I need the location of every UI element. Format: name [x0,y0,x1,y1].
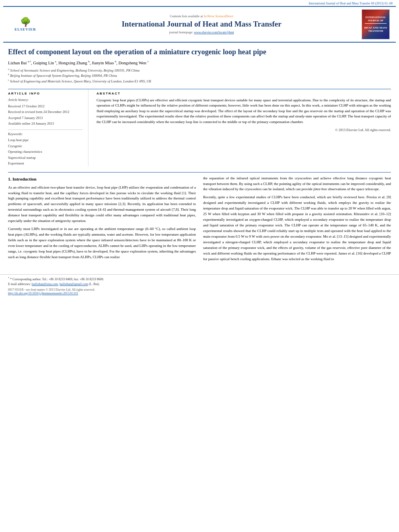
intro-para-1: As an effective and efficient two-phase … [8,185,196,224]
affiliations: a School of Aeronautic Science and Engin… [8,68,391,84]
affiliation-a: a School of Aeronautic Science and Engin… [8,68,391,73]
body-left-column: 1. Introduction As an effective and effi… [8,176,196,265]
body-divider [8,172,391,173]
received-date: Received 17 October 2012 [8,103,82,109]
keyword-4: Supercritical startup [8,155,82,160]
authors-line: Lizhan Bai a,*, Guiping Lin a, Hongxing … [8,60,391,65]
affiliation-b: b Beijing Institute of Spacecraft System… [8,73,391,78]
elsevier-logo: 🌳 ELSEVIER [9,19,41,30]
info-divider [8,129,82,130]
intro-para-2: Currently most LHPs investigated or in u… [8,226,196,260]
copyright-line: © 2013 Elsevier Ltd. All rights reserved… [97,128,391,132]
section1-heading: 1. Introduction [8,176,196,183]
journal-cover-thumbnail: INTERNATIONAL JOURNAL OF HEAT AND MASSTR… [362,9,390,39]
article-info-panel: ARTICLE INFO Article history: Received 1… [8,89,88,166]
abstract-text: Cryogenic loop heat pipes (CLHPs) are ef… [97,98,391,125]
info-abstract-section: ARTICLE INFO Article history: Received 1… [8,89,391,166]
page-footer: * * Corresponding author. Tel.: +86 10 8… [0,274,399,297]
journal-thumbnail-area: INTERNATIONAL JOURNAL OF HEAT AND MASSTR… [360,9,392,39]
main-content: Effect of component layout on the operat… [0,43,399,269]
elsevier-logo-area: 🌳 ELSEVIER [7,19,43,30]
keyword-5: Experiment [8,160,82,166]
keywords-label: Keywords: [8,132,82,136]
top-journal-reference: International Journal of Heat and Mass T… [0,0,399,6]
accepted-date: Accepted 7 January 2013 [8,115,82,121]
journal-header: 🌳 ELSEVIER Contents lists available at S… [3,6,396,43]
body-content: 1. Introduction As an effective and effi… [8,176,391,265]
journal-homepage: journal homepage: www.elsevier.com/locat… [47,31,356,34]
article-info-heading: ARTICLE INFO [8,92,82,95]
affiliation-c: c School of Engineering and Materials Sc… [8,78,391,84]
revised-date: Received in revised form 24 December 201… [8,109,82,115]
intro-para-4: Recently, quite a few experimental studi… [203,195,391,262]
article-title: Effect of component layout on the operat… [8,47,391,57]
elsevier-tree-icon: 🌳 [20,18,31,27]
abstract-heading: ABSTRACT [97,92,391,95]
journal-header-center: Contents lists available at SciVerse Sci… [43,14,360,35]
keywords-list: Loop heat pipe Cryogenic Operating chara… [8,137,82,166]
abstract-panel: ABSTRACT Cryogenic loop heat pipes (CLHP… [97,89,391,166]
article-dates: Received 17 October 2012 Received in rev… [8,103,82,127]
available-date: Available online 24 January 2013 [8,121,82,126]
article-history-label: Article history: [8,98,82,102]
email-note: E-mail addresses: bailizhan@sina.com, ba… [8,282,391,286]
body-right-column: the separation of the infrared optical i… [203,176,391,265]
journal-title: International Journal of Heat and Mass T… [47,20,356,29]
keywords-section: Keywords: Loop heat pipe Cryogenic Opera… [8,132,82,166]
thumbnail-divider [365,23,387,24]
corresponding-author-note: * * Corresponding author. Tel.: +86 10 8… [8,276,391,281]
contents-line: Contents lists available at SciVerse Sci… [47,14,356,18]
intro-para-3: the separation of the infrared optical i… [203,176,391,193]
keyword-3: Operating characteristics [8,149,82,154]
keyword-2: Cryogenic [8,143,82,149]
footer-license: 0017-9310/$ - see front matter © 2013 El… [8,288,391,295]
keyword-1: Loop heat pipe [8,137,82,143]
